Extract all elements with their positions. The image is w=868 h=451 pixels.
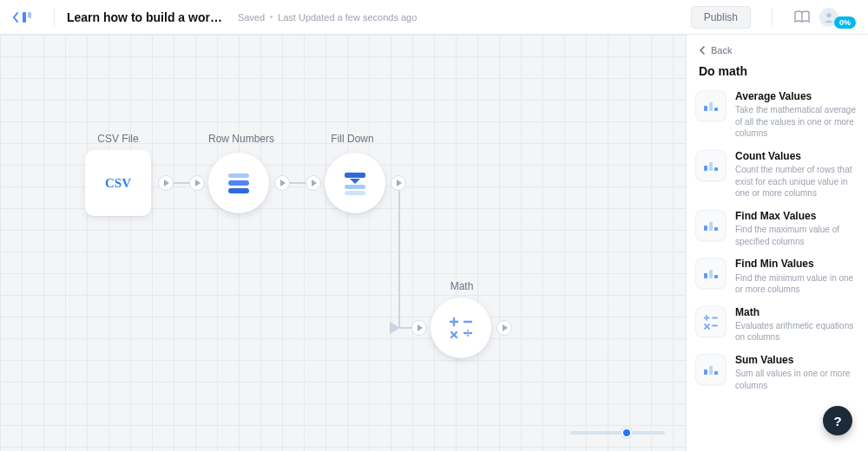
bars-icon <box>695 354 727 385</box>
svg-rect-42 <box>714 371 718 375</box>
account-menu[interactable]: 0% <box>819 6 856 29</box>
workflow-canvas[interactable]: CSV File CSV Row Numbers Fill Down Math <box>0 35 686 451</box>
node-label-csv: CSV File <box>85 133 151 145</box>
svg-rect-31 <box>704 273 707 278</box>
operation-item[interactable]: Find Min ValuesFind the minimum value in… <box>695 256 859 297</box>
panel-back-label: Back <box>711 45 732 56</box>
node-label-rownumbers: Row Numbers <box>198 133 285 145</box>
svg-rect-9 <box>228 188 249 193</box>
svg-rect-27 <box>714 167 718 171</box>
operation-item[interactable]: Sum ValuesSum all values in one or more … <box>695 352 859 393</box>
bars-icon <box>695 90 727 121</box>
node-label-filldown: Fill Down <box>318 133 387 145</box>
node-math[interactable] <box>431 297 491 358</box>
svg-rect-7 <box>228 173 249 178</box>
node-csv-file[interactable]: CSV <box>85 150 151 216</box>
svg-rect-33 <box>714 275 718 278</box>
operation-item[interactable]: Count ValuesCount the number of rows tha… <box>695 148 859 201</box>
divider <box>54 8 55 27</box>
operations-panel: Back Do math Average ValuesTake the math… <box>686 35 868 451</box>
bars-icon <box>695 258 727 289</box>
node-label-math: Math <box>436 280 488 292</box>
port-out-rownumbers[interactable] <box>274 175 290 191</box>
svg-rect-26 <box>709 162 713 171</box>
zoom-thumb[interactable] <box>621 428 632 438</box>
chevron-left-icon <box>12 12 19 23</box>
svg-rect-10 <box>345 173 365 178</box>
bars-icon <box>695 150 727 181</box>
math-icon <box>695 306 727 337</box>
math-icon <box>446 313 476 343</box>
operation-desc: Count the number of rows that exist for … <box>735 164 859 199</box>
operation-item[interactable]: MathEvaluates arithmetic equations on co… <box>695 304 859 345</box>
panel-title: Do math <box>699 64 856 78</box>
operation-title: Find Max Values <box>735 210 859 222</box>
operation-desc: Take the mathematical average of all the… <box>735 104 859 140</box>
port-out-filldown[interactable] <box>391 175 406 191</box>
port-out-csv[interactable] <box>158 175 174 191</box>
svg-rect-28 <box>704 226 707 231</box>
operation-title: Count Values <box>735 150 859 162</box>
port-out-math[interactable] <box>496 320 512 336</box>
save-status: Saved Last Updated a few seconds ago <box>238 12 417 23</box>
operation-text: Count ValuesCount the number of rows tha… <box>735 150 859 199</box>
node-fill-down[interactable] <box>325 153 385 213</box>
publish-button[interactable]: Publish <box>691 6 751 29</box>
port-in-math[interactable] <box>411 320 427 336</box>
panel-back-button[interactable]: Back <box>687 45 868 56</box>
port-in-rownumbers[interactable] <box>189 175 205 191</box>
help-button[interactable]: ? <box>823 406 852 435</box>
operation-item[interactable]: Find Max ValuesFind the maximum value of… <box>695 208 859 249</box>
svg-point-20 <box>467 330 469 331</box>
operation-item[interactable]: Average ValuesTake the mathematical aver… <box>695 88 859 141</box>
save-status-label: Saved <box>238 12 265 23</box>
svg-rect-41 <box>709 366 713 375</box>
divider <box>772 8 773 27</box>
book-icon <box>793 10 811 24</box>
topbar-actions: Publish 0% <box>691 6 856 29</box>
svg-rect-8 <box>228 180 249 186</box>
operation-desc: Evaluates arithmetic equations on column… <box>735 320 859 343</box>
back-logo[interactable] <box>12 10 33 24</box>
operations-list: Average ValuesTake the mathematical aver… <box>687 88 868 393</box>
operation-text: Average ValuesTake the mathematical aver… <box>735 90 859 140</box>
operation-text: Find Min ValuesFind the minimum value in… <box>735 258 859 295</box>
svg-rect-0 <box>23 12 26 23</box>
dot-separator-icon <box>270 16 273 18</box>
zoom-slider[interactable] <box>569 427 665 439</box>
app-logo-icon <box>21 10 33 24</box>
page-title: Learn how to build a wor… <box>67 10 222 24</box>
svg-marker-11 <box>350 179 360 184</box>
operation-desc: Find the minimum value in one or more co… <box>735 272 859 296</box>
svg-rect-13 <box>345 191 365 195</box>
rows-icon <box>223 170 254 196</box>
operation-text: Find Max ValuesFind the maximum value of… <box>735 210 859 247</box>
svg-rect-30 <box>714 227 718 231</box>
operation-title: Find Min Values <box>735 258 859 270</box>
docs-button[interactable] <box>793 10 811 24</box>
connectors <box>0 35 686 451</box>
operation-title: Average Values <box>735 90 859 102</box>
chevron-left-icon <box>699 46 706 55</box>
last-updated-label: Last Updated a few seconds ago <box>278 12 417 23</box>
svg-point-21 <box>467 335 469 337</box>
zoom-track <box>569 431 665 435</box>
svg-rect-25 <box>704 166 707 171</box>
bars-icon <box>695 210 727 241</box>
svg-marker-6 <box>390 322 400 334</box>
svg-rect-40 <box>704 369 707 375</box>
operation-desc: Find the maximum value of specified colu… <box>735 224 859 247</box>
help-icon: ? <box>833 414 841 428</box>
operation-title: Sum Values <box>735 354 859 366</box>
svg-point-3 <box>826 12 831 16</box>
csv-glyph: CSV <box>105 176 131 191</box>
progress-badge: 0% <box>834 16 856 29</box>
svg-rect-24 <box>714 108 718 111</box>
operation-desc: Sum all values in one or more columns <box>735 368 859 391</box>
port-in-filldown[interactable] <box>306 175 321 191</box>
svg-rect-1 <box>28 12 31 18</box>
top-bar: Learn how to build a wor… Saved Last Upd… <box>0 0 868 35</box>
operation-title: Math <box>735 306 859 318</box>
node-row-numbers[interactable] <box>208 153 269 213</box>
operation-text: Sum ValuesSum all values in one or more … <box>735 354 859 391</box>
